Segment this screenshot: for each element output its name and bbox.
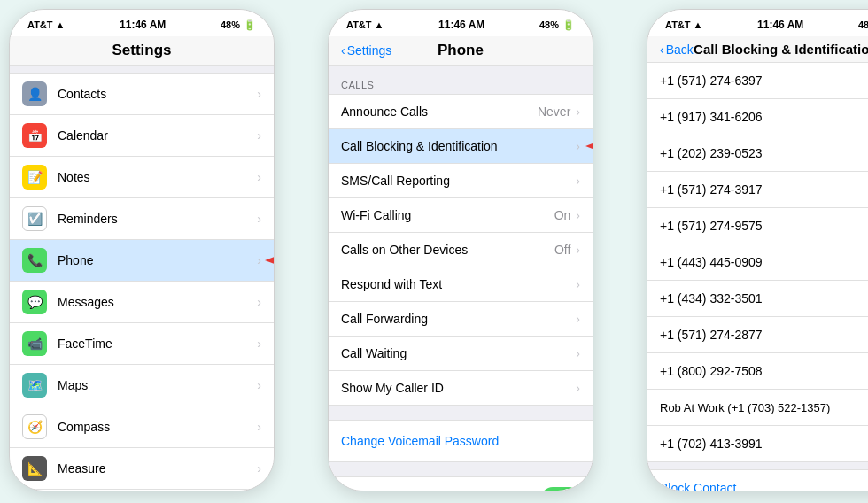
phone-settings-list[interactable]: CALLS Announce Calls Never › Call Blocki… <box>329 66 593 491</box>
facetime-chevron: › <box>257 337 261 351</box>
phone-item-announce-calls[interactable]: Announce Calls Never › <box>329 95 593 129</box>
blocked-number-3: +1 (202) 239-0523 <box>660 146 868 160</box>
settings-group-1: 👤 Contacts › 📅 Calendar › <box>10 73 274 491</box>
blocked-item-4[interactable]: +1 (571) 274-3917 › <box>647 172 868 208</box>
announce-calls-value: Never <box>538 104 570 119</box>
notes-chevron: › <box>257 170 261 184</box>
back-chevron-right: ‹ <box>660 43 664 57</box>
blocking-title: Call Blocking & Identification <box>694 42 868 57</box>
blocked-item-9[interactable]: +1 (800) 292-7508 › <box>647 353 868 390</box>
phone-item-sms-reporting[interactable]: SMS/Call Reporting › <box>329 164 593 198</box>
dial-assist-toggle[interactable] <box>541 487 580 491</box>
show-caller-id-chevron: › <box>576 381 580 395</box>
blocked-item-2[interactable]: +1 (917) 341-6206 › <box>647 99 868 135</box>
blocked-number-5: +1 (571) 274-9575 <box>660 219 868 233</box>
call-waiting-label: Call Waiting <box>341 346 576 360</box>
compass-chevron: › <box>257 420 261 434</box>
wifi-icon-right: ▲ <box>694 19 703 30</box>
settings-panel-wrapper: AT&T ▲ 11:46 AM 48% 🔋 Settings 👤 <box>9 9 275 491</box>
phone-item-respond-text[interactable]: Respond with Text › <box>329 267 593 302</box>
measure-chevron: › <box>257 461 261 476</box>
blocking-nav-bar: ‹ Back Call Blocking & Identification Ed… <box>647 36 868 63</box>
calls-other-value: Off <box>554 243 570 257</box>
calendar-icon: 📅 <box>22 123 47 148</box>
settings-title: Settings <box>112 42 171 58</box>
measure-label: Measure <box>58 461 257 476</box>
sms-reporting-label: SMS/Call Reporting <box>341 174 576 188</box>
blocked-item-6[interactable]: +1 (443) 445-0909 › <box>647 244 868 281</box>
sms-reporting-chevron: › <box>576 174 580 188</box>
calls-section-header: CALLS <box>329 66 593 94</box>
back-label-mid: Settings <box>347 43 392 58</box>
settings-item-phone[interactable]: 📞 Phone › <box>10 240 274 282</box>
blocked-item-3[interactable]: +1 (202) 239-0523 › <box>647 135 868 172</box>
block-contact-button[interactable]: Block Contact... <box>660 481 868 491</box>
settings-item-notes[interactable]: 📝 Notes › <box>10 157 274 198</box>
settings-nav-bar: Settings <box>10 36 274 66</box>
settings-item-measure[interactable]: 📐 Measure › <box>10 448 274 490</box>
blocked-number-4: +1 (571) 274-3917 <box>660 182 868 197</box>
blocked-numbers-list[interactable]: +1 (571) 274-6397 › +1 (917) 341-6206 › … <box>647 63 868 491</box>
carrier-left: AT&T <box>27 19 53 30</box>
notes-icon: 📝 <box>22 165 47 190</box>
blocked-item-1[interactable]: +1 (571) 274-6397 › <box>647 63 868 99</box>
status-bar-right: AT&T ▲ 11:46 AM 48% 🔋 <box>647 10 868 36</box>
calendar-label: Calendar <box>58 128 257 143</box>
call-waiting-chevron: › <box>576 346 580 360</box>
call-blocking-label: Call Blocking & Identification <box>341 139 576 153</box>
phone-calls-group: Announce Calls Never › Call Blocking & I… <box>329 94 593 406</box>
arrow-phone <box>265 251 274 270</box>
settings-item-reminders[interactable]: ☑️ Reminders › <box>10 198 274 240</box>
change-voicemail-text: Change Voicemail Password <box>341 434 499 448</box>
measure-icon: 📐 <box>22 456 47 481</box>
blocked-item-10[interactable]: Rob At Work (+1 (703) 522-1357) › <box>647 390 868 426</box>
phone-item-call-blocking[interactable]: Call Blocking & Identification › <box>329 129 593 164</box>
blocking-panel-wrapper: AT&T ▲ 11:46 AM 48% 🔋 ‹ Back Call Blocki… <box>647 9 868 491</box>
facetime-icon: 📹 <box>22 331 47 356</box>
battery-right: 48% 🔋 <box>858 19 868 31</box>
calendar-chevron: › <box>257 128 261 143</box>
blocked-item-5[interactable]: +1 (571) 274-9575 › <box>647 208 868 244</box>
blocked-number-2: +1 (917) 341-6206 <box>660 110 868 124</box>
status-left-right: AT&T ▲ <box>665 19 702 30</box>
contacts-label: Contacts <box>58 87 257 101</box>
status-left: AT&T ▲ <box>27 19 65 30</box>
maps-label: Maps <box>58 378 257 392</box>
battery-left: 48% 🔋 <box>221 19 256 31</box>
settings-item-compass[interactable]: 🧭 Compass › <box>10 406 274 448</box>
time-left: 11:46 AM <box>120 19 166 31</box>
settings-list[interactable]: 👤 Contacts › 📅 Calendar › <box>10 66 274 491</box>
phone-item-show-caller-id[interactable]: Show My Caller ID › <box>329 371 593 405</box>
phone-item-call-forwarding[interactable]: Call Forwarding › <box>329 302 593 337</box>
compass-icon: 🧭 <box>22 414 47 439</box>
blocked-item-11[interactable]: +1 (702) 413-3991 › <box>647 426 868 462</box>
back-button-mid[interactable]: ‹ Settings <box>341 43 391 58</box>
phone-item-dial-assist[interactable]: Dial Assist <box>329 477 593 491</box>
settings-item-maps[interactable]: 🗺️ Maps › <box>10 365 274 406</box>
phone-label: Phone <box>58 253 257 267</box>
phone-item-calls-other[interactable]: Calls on Other Devices Off › <box>329 233 593 267</box>
change-voicemail-section[interactable]: Change Voicemail Password <box>329 420 593 462</box>
reminders-chevron: › <box>257 212 261 226</box>
back-button-right[interactable]: ‹ Back <box>660 43 694 57</box>
phone-item-wifi-calling[interactable]: Wi-Fi Calling On › <box>329 198 593 233</box>
settings-item-messages[interactable]: 💬 Messages › <box>10 282 274 323</box>
blocked-number-7: +1 (434) 332-3501 <box>660 291 868 306</box>
time-right: 11:46 AM <box>757 19 803 31</box>
settings-item-contacts[interactable]: 👤 Contacts › <box>10 74 274 115</box>
maps-chevron: › <box>257 378 261 392</box>
blocked-number-6: +1 (443) 445-0909 <box>660 255 868 269</box>
blocked-item-7[interactable]: +1 (434) 332-3501 › <box>647 281 868 317</box>
contacts-chevron: › <box>257 87 261 101</box>
spacer-dial-assist <box>329 462 593 476</box>
facetime-label: FaceTime <box>58 337 257 351</box>
call-forwarding-label: Call Forwarding <box>341 312 576 326</box>
phone-nav-bar: ‹ Settings Phone <box>329 36 593 66</box>
battery-pct-right: 48% <box>858 19 868 30</box>
phone-chevron: › <box>257 253 261 267</box>
phone-item-call-waiting[interactable]: Call Waiting › <box>329 337 593 371</box>
settings-item-safari[interactable]: 🧭 Safari › <box>10 490 274 491</box>
blocked-item-8[interactable]: +1 (571) 274-2877 › <box>647 317 868 353</box>
settings-item-facetime[interactable]: 📹 FaceTime › <box>10 323 274 365</box>
settings-item-calendar[interactable]: 📅 Calendar › <box>10 115 274 157</box>
